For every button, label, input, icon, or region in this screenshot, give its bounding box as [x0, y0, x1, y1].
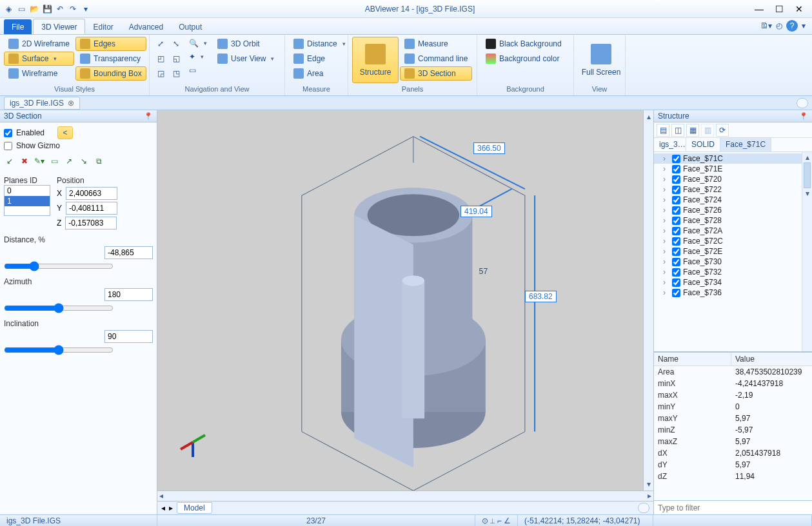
- close-button[interactable]: ✕: [795, 4, 803, 14]
- qat-save-icon[interactable]: 💾: [41, 3, 53, 15]
- planes-list[interactable]: 01: [4, 185, 50, 216]
- btn-user-view[interactable]: User View: [213, 52, 279, 66]
- chk-enabled[interactable]: Enabled: [4, 128, 45, 137]
- btn-explode[interactable]: ✦: [184, 50, 212, 63]
- help-icon[interactable]: ?: [786, 20, 798, 32]
- str-tool-2[interactable]: ◫: [671, 124, 684, 137]
- btn-area[interactable]: Area: [289, 66, 350, 81]
- vp-tab-model[interactable]: Model: [177, 502, 212, 514]
- vp-next[interactable]: ▸: [169, 503, 173, 512]
- str-tool-1[interactable]: ▤: [657, 124, 669, 137]
- btn-3d-orbit[interactable]: 3D Orbit: [213, 37, 279, 51]
- tab-advanced[interactable]: Advanced: [121, 19, 171, 34]
- tree-row[interactable]: ›Face_$71C: [654, 153, 812, 164]
- btn-section-toggle[interactable]: <: [57, 126, 73, 139]
- nav-icon-2[interactable]: ⤡: [169, 37, 183, 51]
- nav-icon-5[interactable]: ◲: [153, 66, 168, 81]
- 3d-canvas[interactable]: 57 366.50 419.04 683.82: [157, 110, 643, 491]
- tree-row[interactable]: ›Face_$734: [654, 277, 812, 287]
- btn-edge[interactable]: Edge: [289, 52, 350, 66]
- maximize-button[interactable]: ☐: [775, 4, 784, 14]
- tree-row[interactable]: ›Face_$730: [654, 257, 812, 267]
- input-inclination[interactable]: [104, 330, 153, 343]
- qat-dropdown-icon[interactable]: ▾: [80, 3, 92, 15]
- input-y[interactable]: [66, 202, 117, 215]
- sec-tool-5[interactable]: ↗: [63, 155, 75, 167]
- viewport[interactable]: 57 366.50 419.04 683.82 ▴▾ ◂▸ ◂ ▸ Model: [157, 110, 653, 514]
- vertical-scrollbar[interactable]: ▴▾: [643, 110, 653, 491]
- str-tool-4[interactable]: ▥: [701, 124, 714, 137]
- sec-tool-6[interactable]: ↘: [78, 155, 90, 167]
- options-icon[interactable]: ◴: [776, 21, 782, 30]
- btn-structure[interactable]: Structure: [352, 37, 399, 83]
- tab-output[interactable]: Output: [171, 19, 210, 34]
- nav-icon-1[interactable]: ⤢: [153, 37, 168, 51]
- nav-icon-4[interactable]: ◱: [169, 52, 183, 66]
- tree-row[interactable]: ›Face_$720: [654, 174, 812, 184]
- str-tool-3[interactable]: ▦: [686, 124, 699, 137]
- btn-zoom[interactable]: 🔍: [184, 37, 212, 50]
- col-value[interactable]: Value: [731, 353, 758, 365]
- btn-black-bg[interactable]: Black Background: [481, 37, 566, 51]
- tree-row[interactable]: ›Face_$736: [654, 287, 812, 298]
- tree-row[interactable]: ›Face_$71E: [654, 164, 812, 174]
- tree-row[interactable]: ›Face_$726: [654, 205, 812, 215]
- tabs-overflow-icon[interactable]: [797, 98, 808, 108]
- tree-row[interactable]: ›Face_$72E: [654, 246, 812, 257]
- input-distance[interactable]: [104, 246, 153, 259]
- btn-3d-section[interactable]: 3D Section: [400, 66, 472, 81]
- sec-tool-7[interactable]: ⧉: [93, 155, 104, 167]
- face-tree[interactable]: ›Face_$71C›Face_$71E›Face_$720›Face_$722…: [654, 152, 812, 299]
- minimize-button[interactable]: —: [755, 4, 764, 14]
- help-dropdown-icon[interactable]: ▾: [802, 21, 806, 30]
- tab-editor[interactable]: Editor: [85, 19, 121, 34]
- tree-row[interactable]: ›Face_$732: [654, 267, 812, 277]
- sec-tool-1[interactable]: ↙: [4, 155, 15, 167]
- tree-row[interactable]: ›Face_$728: [654, 215, 812, 226]
- bc-1[interactable]: SOLID: [686, 138, 720, 151]
- btn-bounding-box[interactable]: Bounding Box: [75, 66, 146, 81]
- str-tool-5[interactable]: ⟳: [716, 124, 729, 137]
- slider-distance[interactable]: [4, 261, 114, 271]
- print-icon[interactable]: 🖻▾: [760, 21, 772, 30]
- vp-overflow[interactable]: [638, 503, 649, 513]
- app-icon[interactable]: ◈: [3, 3, 14, 15]
- plane-item[interactable]: 1: [5, 196, 50, 206]
- tree-row[interactable]: ›Face_$722: [654, 184, 812, 195]
- tree-scrollbar[interactable]: ▴▾: [802, 152, 812, 351]
- nav-icon-6[interactable]: ◳: [169, 66, 183, 81]
- bc-2[interactable]: Face_$71C: [720, 138, 771, 151]
- filter-input[interactable]: [654, 501, 812, 514]
- slider-azimuth[interactable]: [4, 303, 114, 313]
- qat-open-icon[interactable]: 📂: [28, 3, 40, 15]
- input-z[interactable]: [65, 217, 117, 229]
- nav-icon-3[interactable]: ◰: [153, 52, 168, 66]
- plane-item[interactable]: 0: [5, 186, 50, 196]
- btn-edges[interactable]: Edges: [75, 37, 146, 51]
- horizontal-scrollbar[interactable]: ◂▸: [157, 491, 653, 501]
- btn-distance[interactable]: Distance: [289, 37, 350, 51]
- btn-measure-panel[interactable]: Measure: [400, 37, 472, 51]
- col-name[interactable]: Name: [654, 353, 731, 365]
- sec-tool-2[interactable]: ✖: [19, 155, 30, 167]
- btn-transparency[interactable]: Transparency: [75, 52, 146, 66]
- pin-icon[interactable]: 📍: [799, 112, 808, 121]
- pin-icon[interactable]: 📍: [144, 112, 153, 121]
- input-x[interactable]: [66, 187, 117, 200]
- tab-close-icon[interactable]: ⊗: [68, 99, 74, 108]
- document-tab[interactable]: igs_3D File.IGS⊗: [4, 97, 80, 110]
- sec-tool-4[interactable]: ▭: [48, 155, 60, 167]
- status-snap-icons[interactable]: ⊙ ⟂ ⌐ ∠: [475, 515, 518, 526]
- input-azimuth[interactable]: [104, 288, 153, 301]
- btn-command-line[interactable]: Command line: [400, 52, 472, 66]
- tab-file[interactable]: File: [4, 19, 32, 34]
- btn-wireframe[interactable]: Wireframe: [4, 66, 74, 81]
- btn-surface[interactable]: Surface: [4, 52, 74, 66]
- bc-0[interactable]: igs_3…: [654, 138, 686, 151]
- tree-row[interactable]: ›Face_$72C: [654, 236, 812, 246]
- vp-prev[interactable]: ◂: [161, 503, 165, 512]
- tree-row[interactable]: ›Face_$72A: [654, 226, 812, 236]
- btn-fullscreen[interactable]: Full Screen: [578, 37, 624, 83]
- sec-tool-3[interactable]: ✎▾: [34, 155, 45, 167]
- tab-3d-viewer[interactable]: 3D Viewer: [33, 19, 85, 34]
